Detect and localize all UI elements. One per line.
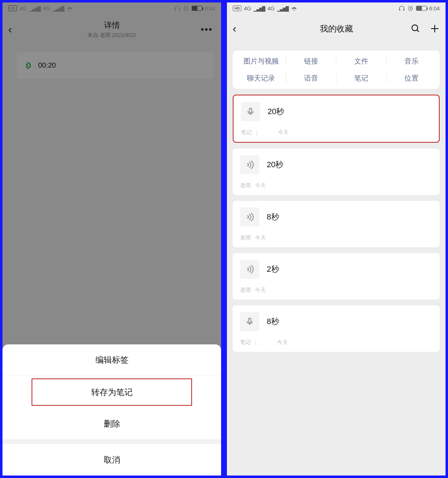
alarm-icon (183, 5, 189, 12)
signal-2-icon: ▁▃▅▇ (277, 5, 288, 12)
sheet-cancel[interactable]: 取消 (2, 444, 221, 476)
cat-music[interactable]: 音乐 (387, 56, 436, 66)
page-title: 详情 (88, 20, 136, 31)
favorite-item[interactable]: 20秒 笔记 | x 今天 (233, 95, 440, 143)
detail-topbar: ‹ 详情 来自 老雨 2021/9/22 ••• (2, 14, 221, 45)
status-bar: HD 4G ▁▃▅▇ 4G ▁▃▅▇ 6:04 (227, 2, 446, 14)
item-title: 2秒 (267, 264, 279, 275)
phone-right: HD 4G ▁▃▅▇ 4G ▁▃▅▇ 6:04 ‹ 我的收藏 (227, 2, 446, 476)
status-bar: HD 4G ▁▃▅▇ 4G ▁▃▅▇ 6:04 (2, 2, 221, 14)
sound-icon (240, 207, 259, 227)
headphones-icon (399, 5, 405, 12)
item-title: 8秒 (267, 316, 279, 327)
signal-1-icon: ▁▃▅▇ (29, 5, 40, 12)
headphones-icon (174, 5, 180, 12)
item-title: 20秒 (268, 106, 284, 117)
status-time: 6:04 (205, 5, 215, 12)
sheet-save-as-note-label: 转存为笔记 (91, 387, 133, 398)
svg-rect-3 (249, 108, 252, 113)
wifi-icon (291, 6, 297, 11)
cat-links[interactable]: 链接 (286, 56, 336, 66)
back-button[interactable]: ‹ (233, 22, 236, 35)
svg-point-2 (412, 25, 418, 31)
network-2: 4G (268, 5, 275, 12)
favorite-item[interactable]: 20秒 老雨 今天 (233, 149, 440, 195)
favorite-item[interactable]: 2秒 老雨 今天 (233, 253, 440, 300)
svg-rect-4 (248, 318, 251, 323)
search-icon[interactable] (411, 24, 421, 34)
item-meta-1: 老雨 (240, 234, 251, 241)
sheet-gap (2, 440, 221, 444)
voice-duration: 00:20 (38, 61, 56, 70)
sheet-delete-label: 删除 (104, 418, 120, 429)
item-meta-2: 今天 (255, 182, 266, 189)
add-icon[interactable] (430, 24, 440, 34)
cat-files[interactable]: 文件 (336, 56, 387, 66)
favorites-topbar: ‹ 我的收藏 (227, 14, 446, 43)
item-title: 20秒 (267, 159, 283, 170)
item-meta-2: 今天 (255, 234, 266, 241)
voice-message[interactable]: 00:20 (17, 52, 214, 79)
status-time: 6:04 (429, 5, 440, 12)
item-meta-2: 今天 (255, 286, 266, 294)
back-button[interactable]: ‹ (8, 23, 12, 36)
item-title: 8秒 (267, 212, 279, 222)
item-meta-2: 今天 (277, 339, 288, 346)
meta-sep: | (255, 339, 256, 346)
item-meta-1: 老雨 (240, 182, 251, 189)
mic-icon (241, 102, 260, 121)
sound-icon (240, 155, 259, 174)
sheet-save-as-note[interactable]: 转存为笔记 (32, 378, 192, 406)
battery-icon (416, 6, 427, 11)
alarm-icon (407, 5, 414, 12)
cat-notes[interactable]: 笔记 (336, 73, 387, 83)
meta-sep: | (256, 129, 257, 136)
sheet-cancel-label: 取消 (104, 454, 120, 466)
page-subtitle: 来自 老雨 2021/9/22 (88, 32, 136, 39)
item-meta-1: 老雨 (240, 286, 251, 294)
network-1: 4G (244, 5, 251, 12)
sheet-edit-tags-label: 编辑标签 (95, 354, 129, 366)
item-meta-1: 笔记 (240, 339, 251, 346)
favorite-item[interactable]: 8秒 老雨 今天 (233, 201, 440, 247)
wifi-icon (66, 6, 73, 11)
mic-icon (240, 312, 259, 331)
sheet-delete[interactable]: 删除 (2, 408, 221, 440)
page-title: 我的收藏 (320, 23, 353, 34)
item-meta-2: 今天 (278, 129, 289, 136)
signal-1-icon: ▁▃▅▇ (253, 5, 265, 12)
more-button[interactable]: ••• (201, 24, 213, 35)
battery-icon (192, 6, 202, 11)
cat-location[interactable]: 位置 (387, 73, 436, 83)
favorite-item[interactable]: 8秒 笔记 | x 今天 (233, 305, 440, 352)
cat-voice[interactable]: 语音 (286, 73, 336, 83)
sound-icon (240, 260, 259, 279)
category-card: 图片与视频 链接 文件 音乐 聊天记录 语音 笔记 位置 (233, 51, 440, 89)
phone-left: HD 4G ▁▃▅▇ 4G ▁▃▅▇ 6:04 ‹ 详情 来自 老雨 2021/… (2, 2, 221, 476)
signal-2-icon: ▁▃▅▇ (53, 5, 64, 12)
voice-play-icon (24, 61, 32, 70)
sheet-edit-tags[interactable]: 编辑标签 (2, 344, 221, 376)
hd-badge: HD (233, 5, 241, 11)
cat-images-video[interactable]: 图片与视频 (236, 56, 286, 66)
network-1: 4G (19, 5, 27, 12)
hd-badge: HD (8, 5, 17, 11)
cat-chat-history[interactable]: 聊天记录 (236, 73, 286, 83)
network-2: 4G (43, 5, 50, 12)
action-sheet: 编辑标签 转存为笔记 删除 取消 (2, 344, 221, 476)
item-meta-1: 笔记 (241, 129, 252, 136)
